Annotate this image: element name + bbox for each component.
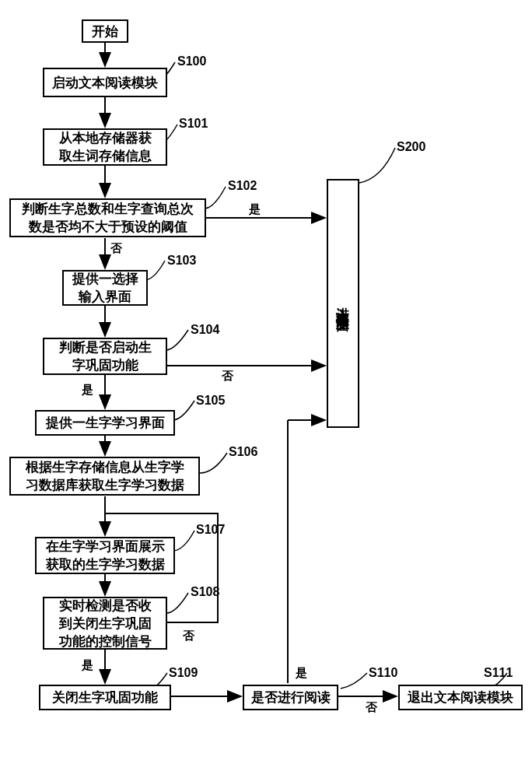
node-s105-text: 提供一生字学习界面 [46, 414, 165, 432]
node-s111-text: 退出文本阅读模块 [408, 689, 513, 706]
label-s108: S108 [191, 585, 219, 599]
node-s110: 是否进行阅读 [243, 685, 338, 710]
node-s106-text: 根据生字存储信息从生字学 习数据库获取生字学习数据 [26, 458, 184, 494]
node-s108-text: 实时检测是否收 到关闭生字巩固 功能的控制信号 [59, 597, 152, 650]
edge-s104-yes: 是 [82, 383, 93, 398]
node-s103-text: 提供一选择 输入界面 [72, 270, 138, 306]
node-s107-text: 在生字学习界面展示 获取的生字学习数据 [46, 538, 165, 573]
node-s109-text: 关闭生字巩固功能 [52, 689, 158, 706]
flow-arrows [0, 0, 532, 778]
node-s111: 退出文本阅读模块 [398, 685, 523, 710]
node-s101-text: 从本地存储器获 取生词存储信息 [59, 129, 152, 165]
node-s110-text: 是否进行阅读 [251, 689, 331, 706]
label-s106: S106 [229, 445, 257, 459]
node-s109: 关闭生字巩固功能 [39, 685, 171, 710]
node-start-text: 开始 [92, 23, 118, 40]
edge-s102-yes: 是 [249, 202, 261, 217]
node-s104-text: 判断是否启动生 字巩固功能 [59, 338, 152, 374]
node-s100-text: 启动文本阅读模块 [52, 74, 158, 92]
label-s105: S105 [196, 394, 225, 408]
label-s103: S103 [167, 254, 196, 268]
node-start: 开始 [82, 19, 128, 43]
node-s200: 进入文本阅读主界面 [327, 179, 359, 428]
node-s102-text: 判断生字总数和生字查询总次 数是否均不大于预设的阈值 [22, 200, 194, 236]
node-s103: 提供一选择 输入界面 [62, 270, 148, 306]
node-s106: 根据生字存储信息从生字学 习数据库获取生字学习数据 [9, 457, 200, 496]
label-s200: S200 [397, 140, 425, 154]
label-s110: S110 [369, 666, 397, 680]
node-s100: 启动文本阅读模块 [43, 68, 167, 97]
label-s111: S111 [484, 666, 513, 680]
edge-s110-yes: 是 [296, 666, 307, 681]
label-s104: S104 [191, 323, 219, 337]
edge-s102-no: 否 [110, 241, 122, 256]
node-s200-text: 进入文本阅读主界面 [334, 296, 352, 310]
label-s107: S107 [196, 523, 225, 537]
node-s105: 提供一生字学习界面 [35, 410, 175, 436]
node-s101: 从本地存储器获 取生词存储信息 [43, 128, 167, 166]
node-s108: 实时检测是否收 到关闭生字巩固 功能的控制信号 [43, 597, 167, 650]
edge-s108-no: 否 [183, 629, 194, 643]
label-s109: S109 [169, 666, 198, 680]
label-s101: S101 [179, 117, 208, 131]
label-s102: S102 [228, 179, 257, 193]
edge-s104-no: 否 [222, 369, 233, 384]
node-s102: 判断生字总数和生字查询总次 数是否均不大于预设的阈值 [9, 198, 206, 237]
label-s100: S100 [177, 54, 206, 68]
edge-s110-no: 否 [366, 700, 377, 715]
node-s104: 判断是否启动生 字巩固功能 [43, 338, 167, 375]
edge-s108-yes: 是 [82, 658, 93, 673]
node-s107: 在生字学习界面展示 获取的生字学习数据 [35, 537, 175, 574]
